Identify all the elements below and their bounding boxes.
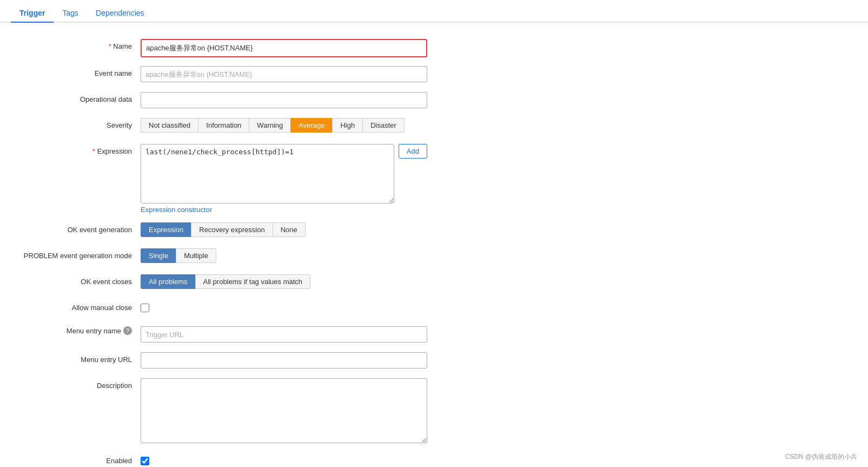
enabled-row: Enabled <box>22 453 465 467</box>
allow-manual-close-control <box>141 300 427 312</box>
menu-entry-url-input[interactable] <box>141 352 427 369</box>
ok-event-closes-control: All problems All problems if tag values … <box>141 274 427 289</box>
severity-warning[interactable]: Warning <box>249 118 290 133</box>
allow-manual-close-row: Allow manual close <box>22 300 465 318</box>
allow-manual-close-checkbox[interactable] <box>141 304 149 312</box>
event-name-label: Event name <box>22 66 141 77</box>
tab-trigger[interactable]: Trigger <box>11 4 54 23</box>
watermark: CSDN @伪装成塔的小兵 <box>785 452 857 462</box>
expression-control: last(/nene1/check_process[httpd])=1 Add … <box>141 144 427 214</box>
allow-manual-close-wrapper <box>141 300 427 312</box>
operational-data-label: Operational data <box>22 92 141 103</box>
severity-label: Severity <box>22 118 141 129</box>
enabled-checkbox-wrapper <box>141 453 427 465</box>
operational-data-row: Operational data <box>22 92 465 109</box>
event-name-input[interactable] <box>141 66 427 82</box>
enabled-checkbox[interactable] <box>141 457 149 465</box>
menu-entry-name-label: Menu entry name <box>67 327 121 335</box>
ok-event-closes-toggle-group: All problems All problems if tag values … <box>141 274 427 289</box>
ok-event-generation-control: Expression Recovery expression None <box>141 222 427 237</box>
name-label: Name <box>22 39 141 50</box>
severity-average[interactable]: Average <box>290 118 332 133</box>
severity-group: Not classified Information Warning Avera… <box>141 118 427 133</box>
menu-entry-url-label: Menu entry URL <box>22 352 141 364</box>
ok-closes-all-btn[interactable]: All problems <box>141 274 195 289</box>
name-input-wrapper <box>141 39 427 57</box>
operational-data-input[interactable] <box>141 92 427 108</box>
name-input[interactable] <box>142 40 426 56</box>
expression-row: Expression last(/nene1/check_process[htt… <box>22 144 465 214</box>
tabs-container: Trigger Tags Dependencies <box>0 0 868 23</box>
expression-constructor-link[interactable]: Expression constructor <box>141 206 427 214</box>
operational-data-control <box>141 92 427 108</box>
problem-event-single-btn[interactable]: Single <box>141 248 176 263</box>
severity-high[interactable]: High <box>332 118 362 133</box>
description-label: Description <box>22 378 141 390</box>
menu-entry-name-row: Menu entry name ? <box>22 326 465 344</box>
expression-add-button[interactable]: Add <box>399 144 427 159</box>
description-row: Description <box>22 378 465 445</box>
name-control <box>141 39 427 57</box>
severity-not-classified[interactable]: Not classified <box>141 118 198 133</box>
problem-event-multiple-btn[interactable]: Multiple <box>176 248 216 263</box>
problem-event-row: PROBLEM event generation mode Single Mul… <box>22 248 465 266</box>
expression-label: Expression <box>22 144 141 155</box>
name-row: Name <box>22 39 465 57</box>
event-name-row: Event name <box>22 66 465 83</box>
menu-entry-url-control <box>141 352 427 369</box>
ok-event-recovery-btn[interactable]: Recovery expression <box>191 222 272 237</box>
expression-wrapper: last(/nene1/check_process[httpd])=1 Add <box>141 144 427 203</box>
ok-event-generation-label: OK event generation <box>22 222 141 234</box>
menu-entry-name-label-wrapper: Menu entry name ? <box>22 326 141 335</box>
severity-disaster[interactable]: Disaster <box>362 118 405 133</box>
description-control <box>141 378 427 445</box>
menu-entry-name-input[interactable] <box>141 326 427 343</box>
ok-event-toggle-group: Expression Recovery expression None <box>141 222 427 237</box>
enabled-label: Enabled <box>22 453 141 465</box>
menu-entry-url-row: Menu entry URL <box>22 352 465 370</box>
enabled-control <box>141 453 427 465</box>
ok-event-generation-row: OK event generation Expression Recovery … <box>22 222 465 240</box>
expression-textarea[interactable]: last(/nene1/check_process[httpd])=1 <box>141 144 394 203</box>
menu-entry-name-help-icon[interactable]: ? <box>123 326 132 335</box>
allow-manual-close-label: Allow manual close <box>22 300 141 312</box>
severity-information[interactable]: Information <box>198 118 249 133</box>
ok-event-expression-btn[interactable]: Expression <box>141 222 191 237</box>
description-textarea[interactable] <box>141 378 427 443</box>
ok-event-closes-label: OK event closes <box>22 274 141 286</box>
tab-tags[interactable]: Tags <box>54 4 87 23</box>
problem-event-control: Single Multiple <box>141 248 427 263</box>
problem-event-toggle-group: Single Multiple <box>141 248 427 263</box>
severity-control: Not classified Information Warning Avera… <box>141 118 427 133</box>
ok-event-none-btn[interactable]: None <box>273 222 306 237</box>
menu-entry-name-control <box>141 326 427 343</box>
ok-event-closes-row: OK event closes All problems All problem… <box>22 274 465 292</box>
severity-row: Severity Not classified Information Warn… <box>22 118 465 135</box>
problem-event-label: PROBLEM event generation mode <box>22 248 141 260</box>
tab-dependencies[interactable]: Dependencies <box>87 4 153 23</box>
ok-closes-tag-btn[interactable]: All problems if tag values match <box>195 274 311 289</box>
form-container: Name Event name Operational data Severit… <box>0 34 487 467</box>
event-name-control <box>141 66 427 82</box>
